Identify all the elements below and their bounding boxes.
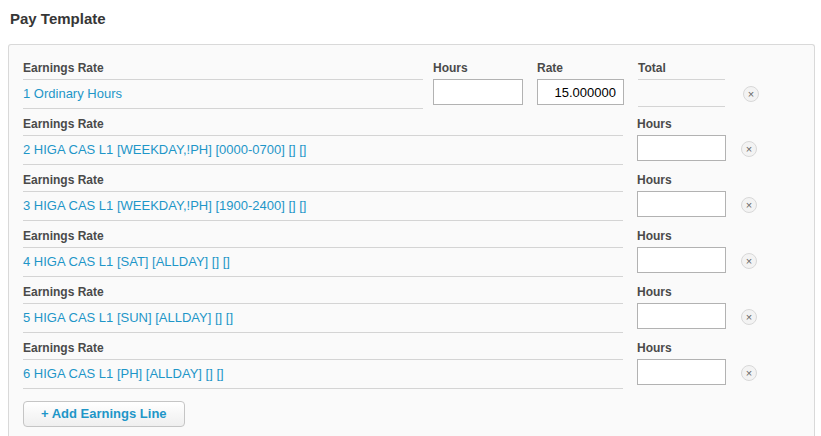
earnings-rate-link[interactable]: 2 HIGA CAS L1 [WEEKDAY,!PH] [0000-0700] … — [23, 142, 307, 157]
earnings-rate-header: Earnings Rate — [23, 57, 423, 80]
earnings-rate-cell: 5 HIGA CAS L1 [SUN] [ALLDAY] [] [] — [23, 304, 623, 333]
hours-column: Hours — [637, 281, 726, 329]
earnings-line: Earnings Rate 2 HIGA CAS L1 [WEEKDAY,!PH… — [23, 113, 814, 165]
delete-line-icon[interactable]: × — [741, 309, 757, 325]
earnings-rate-column: Earnings Rate 2 HIGA CAS L1 [WEEKDAY,!PH… — [23, 113, 623, 165]
hours-header: Hours — [637, 113, 726, 135]
hours-header: Hours — [433, 57, 523, 79]
delete-column: × — [741, 281, 757, 325]
earnings-rate-header: Earnings Rate — [23, 169, 623, 192]
delete-column: × — [741, 169, 757, 213]
delete-line-icon[interactable]: × — [741, 197, 757, 213]
add-earnings-line-button[interactable]: + Add Earnings Line — [23, 401, 185, 427]
earnings-rate-link[interactable]: 1 Ordinary Hours — [23, 86, 122, 101]
delete-column: × — [743, 57, 759, 102]
earnings-rate-link[interactable]: 3 HIGA CAS L1 [WEEKDAY,!PH] [1900-2400] … — [23, 198, 307, 213]
earnings-rate-header: Earnings Rate — [23, 337, 623, 360]
delete-column: × — [741, 225, 757, 269]
earnings-rate-header: Earnings Rate — [23, 281, 623, 304]
page-title: Pay Template — [10, 11, 821, 27]
earnings-rate-cell: 1 Ordinary Hours — [23, 80, 423, 109]
hours-input[interactable] — [637, 247, 726, 273]
delete-line-icon[interactable]: × — [743, 86, 759, 102]
hours-header: Hours — [637, 337, 726, 359]
earnings-rate-link[interactable]: 5 HIGA CAS L1 [SUN] [ALLDAY] [] [] — [23, 310, 233, 325]
earnings-rate-link[interactable]: 4 HIGA CAS L1 [SAT] [ALLDAY] [] [] — [23, 254, 230, 269]
total-value — [638, 80, 725, 107]
earnings-rate-cell: 4 HIGA CAS L1 [SAT] [ALLDAY] [] [] — [23, 248, 623, 277]
delete-column: × — [741, 113, 757, 157]
hours-input[interactable] — [637, 135, 726, 161]
earnings-line: Earnings Rate 3 HIGA CAS L1 [WEEKDAY,!PH… — [23, 169, 814, 221]
earnings-rate-cell: 3 HIGA CAS L1 [WEEKDAY,!PH] [1900-2400] … — [23, 192, 623, 221]
earnings-rate-cell: 2 HIGA CAS L1 [WEEKDAY,!PH] [0000-0700] … — [23, 136, 623, 165]
earnings-rate-column: Earnings Rate 4 HIGA CAS L1 [SAT] [ALLDA… — [23, 225, 623, 277]
earnings-rate-column: Earnings Rate 1 Ordinary Hours — [23, 57, 423, 109]
hours-column: Hours — [637, 169, 726, 217]
hours-input[interactable] — [637, 359, 726, 385]
earnings-rate-link[interactable]: 6 HIGA CAS L1 [PH] [ALLDAY] [] [] — [23, 366, 224, 381]
add-line-row: + Add Earnings Line — [23, 401, 814, 427]
earnings-rate-header: Earnings Rate — [23, 225, 623, 248]
earnings-line-first: Earnings Rate 1 Ordinary Hours Hours Rat… — [23, 57, 814, 109]
rate-input[interactable] — [537, 79, 624, 105]
earnings-rate-cell: 6 HIGA CAS L1 [PH] [ALLDAY] [] [] — [23, 360, 623, 389]
earnings-rate-column: Earnings Rate 5 HIGA CAS L1 [SUN] [ALLDA… — [23, 281, 623, 333]
hours-header: Hours — [637, 225, 726, 247]
delete-line-icon[interactable]: × — [741, 253, 757, 269]
hours-column: Hours — [637, 225, 726, 273]
delete-column: × — [741, 337, 757, 381]
hours-input[interactable] — [637, 303, 726, 329]
rate-header: Rate — [537, 57, 624, 79]
pay-template-panel: Earnings Rate 1 Ordinary Hours Hours Rat… — [8, 44, 815, 436]
hours-column: Hours — [637, 337, 726, 385]
hours-input[interactable] — [637, 191, 726, 217]
earnings-line: Earnings Rate 4 HIGA CAS L1 [SAT] [ALLDA… — [23, 225, 814, 277]
delete-line-icon[interactable]: × — [741, 141, 757, 157]
hours-header: Hours — [637, 169, 726, 191]
delete-line-icon[interactable]: × — [741, 365, 757, 381]
total-header: Total — [638, 57, 725, 80]
earnings-rate-column: Earnings Rate 6 HIGA CAS L1 [PH] [ALLDAY… — [23, 337, 623, 389]
hours-column: Hours — [433, 57, 523, 105]
earnings-rate-column: Earnings Rate 3 HIGA CAS L1 [WEEKDAY,!PH… — [23, 169, 623, 221]
hours-header: Hours — [637, 281, 726, 303]
earnings-line: Earnings Rate 5 HIGA CAS L1 [SUN] [ALLDA… — [23, 281, 814, 333]
rate-column: Rate — [537, 57, 624, 105]
total-column: Total — [638, 57, 725, 107]
earnings-line: Earnings Rate 6 HIGA CAS L1 [PH] [ALLDAY… — [23, 337, 814, 389]
hours-input[interactable] — [433, 79, 523, 105]
hours-column: Hours — [637, 113, 726, 161]
earnings-rate-header: Earnings Rate — [23, 113, 623, 136]
